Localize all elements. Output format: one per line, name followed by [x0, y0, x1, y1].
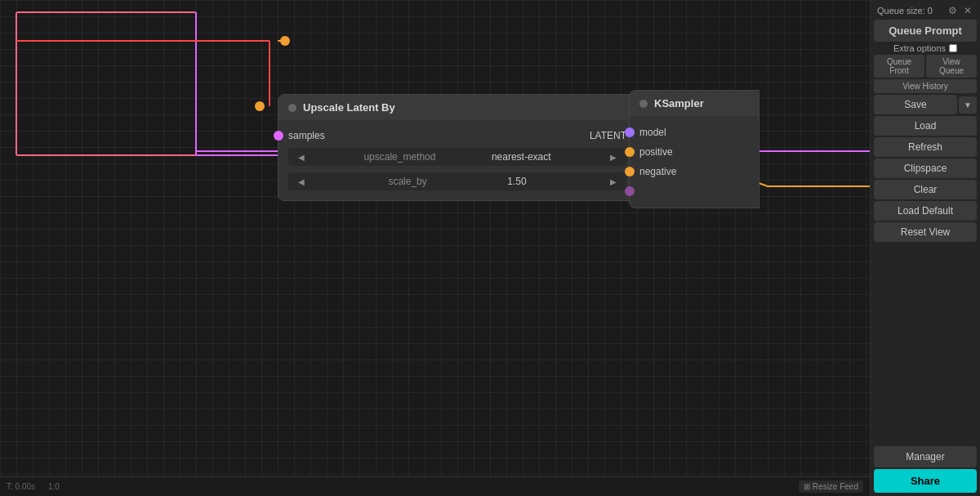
status-bar: T: 0.00s 1:0 ⊞ Resize Feed	[0, 476, 870, 496]
save-arrow-button[interactable]: ▼	[959, 96, 977, 114]
share-button[interactable]: Share	[874, 469, 977, 493]
queue-prompt-button[interactable]: Queue Prompt	[874, 20, 977, 42]
manager-button[interactable]: Manager	[874, 446, 977, 467]
status-coord: 1:0	[48, 482, 60, 491]
extra-options-checkbox[interactable]	[949, 44, 957, 52]
view-history-button[interactable]: View History	[874, 79, 977, 93]
port-label-model: model	[639, 127, 666, 138]
widget-right-arrow-scale[interactable]: ▶	[607, 177, 620, 186]
widget-left-arrow-scale[interactable]: ◀	[295, 177, 308, 186]
svg-point-5	[255, 101, 265, 111]
port-dot-samples-in	[274, 131, 283, 141]
view-queue-button[interactable]: View Queue	[926, 55, 977, 78]
save-button[interactable]: Save	[874, 95, 957, 114]
clear-button[interactable]: Clear	[874, 180, 977, 199]
node-dot	[288, 104, 296, 112]
refresh-button[interactable]: Refresh	[874, 137, 977, 157]
load-button[interactable]: Load	[874, 116, 977, 136]
extra-options-label: Extra options	[893, 43, 946, 53]
node-upscale-header: Upscale Latent By	[278, 95, 636, 120]
svg-point-4	[280, 36, 290, 46]
node-upscale-port-row: samples LATENT	[278, 127, 636, 145]
port-label-negative: negative	[639, 166, 676, 177]
widget-label-scale: scale_by	[388, 176, 426, 187]
ksampler-port-negative: negative	[630, 162, 759, 181]
load-default-button[interactable]: Load Default	[874, 201, 977, 221]
ksampler-port-latent: latent_image	[630, 181, 759, 201]
resize-feed-button[interactable]: ⊞ Resize Feed	[799, 480, 863, 493]
widget-scale-by-row: ◀ scale_by 1.50 ▶	[278, 169, 636, 194]
port-label-positive: positive	[639, 146, 673, 158]
widget-label-method: upscale_method	[363, 151, 435, 163]
port-dot-latent-in	[625, 186, 635, 196]
queue-icons: ⚙ ✕	[947, 5, 973, 16]
widget-right-arrow-method[interactable]: ▶	[607, 153, 620, 162]
clipspace-button[interactable]: Clipspace	[874, 159, 977, 178]
widget-upscale-method[interactable]: ◀ upscale_method nearest-exact ▶	[288, 148, 626, 166]
view-history-row: View History	[874, 79, 977, 93]
widget-value-method: nearest-exact	[492, 151, 551, 163]
widget-left-arrow-method[interactable]: ◀	[295, 153, 308, 162]
queue-size-row: Queue size: 0 ⚙ ✕	[874, 3, 977, 18]
ksampler-port-positive: positive	[630, 142, 759, 162]
port-label-latent: LATENT	[590, 130, 626, 141]
canvas-area[interactable]: Upscale Latent By samples LATENT ◀ upsca…	[0, 0, 870, 496]
widget-value-scale: 1.50	[507, 176, 526, 187]
reset-view-button[interactable]: Reset View	[874, 222, 977, 242]
node-upscale-title: Upscale Latent By	[303, 101, 395, 114]
wires-svg	[0, 0, 870, 496]
queue-front-button[interactable]: Queue Front	[874, 55, 924, 78]
sub-buttons-row: Queue Front View Queue	[874, 55, 977, 78]
widget-upscale-method-row: ◀ upscale_method nearest-exact ▶	[278, 145, 636, 169]
node-upscale-body: samples LATENT ◀ upscale_method nearest-…	[278, 120, 636, 200]
save-row: Save ▼	[874, 95, 977, 114]
node-ksampler-header: KSampler	[630, 91, 759, 116]
svg-rect-0	[16, 12, 196, 155]
gear-icon[interactable]: ⚙	[947, 5, 959, 16]
ksampler-dot	[639, 100, 648, 108]
node-ksampler-title: KSampler	[654, 97, 704, 109]
queue-size-label: Queue size: 0	[877, 6, 933, 16]
port-dot-negative	[625, 167, 635, 177]
port-dot-model	[625, 127, 635, 137]
port-label-samples: samples	[288, 130, 325, 141]
node-upscale: Upscale Latent By samples LATENT ◀ upsca…	[278, 94, 637, 201]
port-dot-positive	[625, 147, 635, 157]
right-panel: Queue size: 0 ⚙ ✕ Queue Prompt Extra opt…	[870, 0, 980, 496]
ksampler-ports: model positive negative latent_image	[630, 116, 759, 208]
status-time: T: 0.00s	[7, 482, 35, 491]
close-icon[interactable]: ✕	[962, 5, 973, 16]
node-ksampler: KSampler model positive negative latent_…	[629, 90, 760, 208]
ksampler-port-model: model	[630, 123, 759, 142]
widget-scale-by[interactable]: ◀ scale_by 1.50 ▶	[288, 172, 626, 190]
extra-options-row: Extra options	[874, 43, 977, 53]
